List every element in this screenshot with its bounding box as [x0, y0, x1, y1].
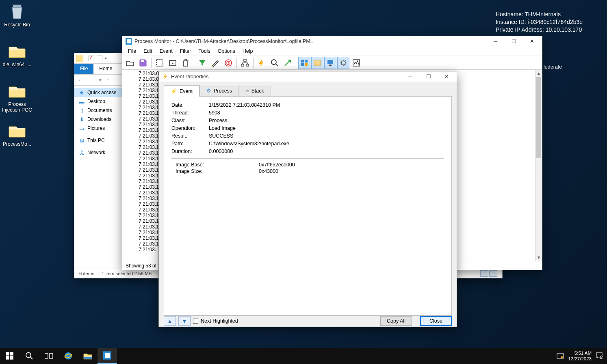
process-tree-icon[interactable]: [239, 57, 251, 69]
network-activity-icon[interactable]: [324, 57, 336, 69]
svg-rect-10: [241, 64, 244, 66]
ribbon-tab-file[interactable]: File: [74, 64, 93, 74]
nav-pictures[interactable]: ▭ Pictures: [74, 124, 122, 133]
save-icon[interactable]: [137, 57, 149, 69]
task-view-button[interactable]: [39, 348, 59, 364]
next-highlighted-checkbox[interactable]: Next Highlighted: [193, 318, 238, 324]
find-icon[interactable]: [269, 57, 281, 69]
desktop-icon-die[interactable]: die_win64_...: [2, 41, 33, 67]
vertical-scrollbar[interactable]: ▲ ▼: [535, 70, 542, 261]
property-row: Image Base:0x7ff652ec0000: [171, 162, 444, 168]
svg-point-29: [65, 352, 72, 360]
props-titlebar[interactable]: Event Properties ─ ☐ ✕: [159, 71, 457, 82]
qat-dropdown-icon[interactable]: ▾: [105, 56, 107, 60]
clear-icon[interactable]: [180, 57, 192, 69]
minimize-button[interactable]: ─: [401, 71, 419, 82]
copy-all-button[interactable]: Copy All: [380, 316, 412, 326]
registry-activity-icon[interactable]: [298, 57, 310, 69]
filter-icon[interactable]: [196, 57, 208, 69]
tab-label: Stack: [251, 88, 264, 94]
property-row: Path:C:\Windows\System32\notepad.exe: [171, 141, 444, 146]
nav-network[interactable]: 🖧 Network: [74, 148, 122, 157]
menu-file[interactable]: File: [125, 47, 139, 55]
system-tray[interactable]: 5:51 AM 12/27/2023 1: [553, 348, 607, 364]
profiling-activity-icon[interactable]: [350, 57, 362, 69]
qat-checkbox-2[interactable]: [97, 56, 102, 61]
tab-stack[interactable]: ≡ Stack: [239, 85, 271, 96]
property-value: Process: [209, 118, 227, 123]
tab-event[interactable]: ⚡ Event: [164, 85, 199, 97]
close-button[interactable]: Close: [420, 316, 452, 326]
filesystem-activity-icon[interactable]: [311, 57, 323, 69]
nav-desktop[interactable]: ▬ Desktop: [74, 97, 122, 106]
capture-icon[interactable]: [154, 57, 166, 69]
open-icon[interactable]: [124, 57, 136, 69]
menu-options[interactable]: Options: [215, 47, 238, 55]
taskbar[interactable]: 5:51 AM 12/27/2023 1: [0, 348, 607, 364]
desktop-icon-processmonitor[interactable]: ProcessMo...: [2, 121, 33, 147]
taskbar-ie-button[interactable]: [59, 348, 78, 364]
scroll-up-icon[interactable]: ▲: [535, 70, 542, 77]
prev-event-button[interactable]: ▲: [164, 316, 176, 326]
nav-quick-access[interactable]: ★ Quick access: [74, 88, 122, 97]
menu-filter[interactable]: Filter: [177, 47, 195, 55]
desktop-icon-label: ProcessMo...: [3, 141, 31, 147]
close-button[interactable]: ✕: [438, 71, 456, 82]
nav-label: Desktop: [87, 99, 105, 104]
explorer-nav-pane: ★ Quick access ▬ Desktop ▯ Documents ⬇ D…: [74, 86, 122, 269]
view-details-button[interactable]: [480, 270, 488, 277]
props-tabs: ⚡ Event ⚙ Process ≡ Stack: [164, 85, 452, 97]
taskbar-procmon-button[interactable]: [98, 348, 117, 364]
menu-edit[interactable]: Edit: [140, 47, 156, 55]
qat-checkbox-1[interactable]: [89, 56, 94, 61]
tray-notifications-icon[interactable]: 1: [596, 352, 603, 360]
event-properties-dialog[interactable]: Event Properties ─ ☐ ✕ ⚡ Event ⚙ Process…: [158, 71, 457, 327]
maximize-button[interactable]: ☐: [505, 36, 523, 46]
nav-downloads[interactable]: ⬇ Downloads: [74, 115, 122, 124]
jump-icon[interactable]: [282, 57, 294, 69]
maximize-button[interactable]: ☐: [419, 71, 438, 82]
tab-process[interactable]: ⚙ Process: [199, 85, 239, 96]
search-button[interactable]: [20, 348, 39, 364]
tray-security-icon[interactable]: [557, 352, 564, 360]
menu-help[interactable]: Help: [239, 47, 256, 55]
next-event-button[interactable]: ▼: [178, 316, 191, 326]
taskbar-explorer-button[interactable]: [78, 348, 98, 364]
property-key: Result:: [171, 133, 209, 139]
nav-documents[interactable]: ▯ Documents: [74, 106, 122, 115]
process-activity-icon[interactable]: [337, 57, 349, 69]
property-row: Image Size:0x43000: [171, 168, 444, 174]
desktop-icon-process-injection[interactable]: Process Injection POC: [2, 81, 33, 113]
nav-label: This PC: [87, 138, 105, 143]
desktop-icon: ▬: [78, 98, 85, 105]
desktop-icon-label: die_win64_...: [3, 62, 32, 67]
scroll-thumb[interactable]: [536, 77, 541, 158]
props-title: Event Properties: [171, 74, 401, 80]
procmon-menubar: File Edit Event Filter Tools Options Hel…: [122, 46, 542, 56]
property-row: Duration:0.0000000: [171, 149, 444, 154]
nav-dropdown-icon[interactable]: ▾: [99, 77, 102, 83]
desktop-icon-recycle-bin[interactable]: Recycle Bin: [2, 2, 33, 28]
start-button[interactable]: [0, 348, 20, 364]
nav-forward-icon[interactable]: →: [88, 77, 94, 83]
svg-rect-4: [156, 60, 163, 66]
include-process-icon[interactable]: [222, 57, 234, 69]
tray-clock[interactable]: 5:51 AM 12/27/2023: [568, 350, 592, 362]
nav-this-pc[interactable]: 🖥 This PC: [74, 136, 122, 145]
menu-tools[interactable]: Tools: [195, 47, 213, 55]
scroll-down-icon[interactable]: ▼: [535, 254, 542, 261]
autoscroll-icon[interactable]: [167, 57, 179, 69]
pictures-icon: ▭: [78, 125, 85, 131]
minimize-button[interactable]: ─: [486, 36, 505, 46]
nav-back-icon[interactable]: ←: [78, 77, 83, 83]
event-properties-icon[interactable]: [256, 57, 268, 69]
close-button[interactable]: ✕: [523, 36, 541, 46]
highlight-icon[interactable]: [209, 57, 221, 69]
view-icons-button[interactable]: [489, 270, 497, 277]
nav-up-icon[interactable]: ↑: [106, 77, 109, 83]
ribbon-tab-home[interactable]: Home: [93, 64, 118, 74]
tray-date: 12/27/2023: [568, 356, 592, 362]
menu-event[interactable]: Event: [156, 47, 176, 55]
procmon-titlebar[interactable]: Process Monitor - C:\Users\THM-Attacker\…: [122, 36, 542, 46]
lightning-icon: [162, 73, 169, 80]
